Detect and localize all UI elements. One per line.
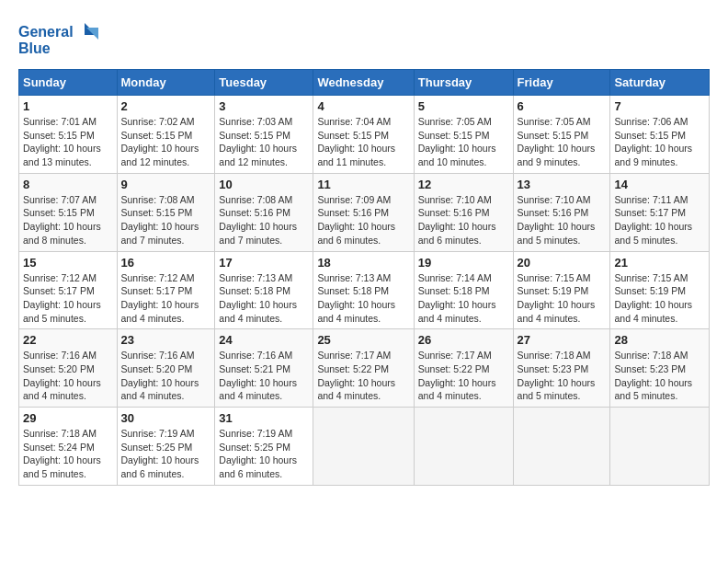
daylight-minutes: and 5 minutes.	[518, 235, 581, 246]
day-info: Sunrise: 7:07 AM Sunset: 5:15 PM Dayligh…	[23, 193, 113, 247]
sunset-label: Sunset: 5:17 PM	[614, 207, 686, 218]
calendar-cell: 1 Sunrise: 7:01 AM Sunset: 5:15 PM Dayli…	[19, 96, 118, 174]
day-number: 29	[23, 411, 113, 425]
calendar-cell: 17 Sunrise: 7:13 AM Sunset: 5:18 PM Dayl…	[215, 251, 313, 329]
sunset-label: Sunset: 5:15 PM	[317, 130, 389, 141]
calendar-cell: 6 Sunrise: 7:05 AM Sunset: 5:15 PM Dayli…	[513, 96, 610, 174]
daylight-minutes: and 4 minutes.	[418, 313, 482, 324]
day-info: Sunrise: 7:17 AM Sunset: 5:22 PM Dayligh…	[418, 349, 509, 403]
calendar-cell: 7 Sunrise: 7:06 AM Sunset: 5:15 PM Dayli…	[610, 96, 710, 174]
calendar-cell: 11 Sunrise: 7:09 AM Sunset: 5:16 PM Dayl…	[313, 173, 414, 251]
sunrise-label: Sunrise: 7:13 AM	[219, 272, 292, 283]
daylight-minutes: and 4 minutes.	[121, 390, 185, 401]
day-number: 28	[614, 333, 705, 347]
day-number: 3	[219, 99, 309, 113]
daylight-label: Daylight: 10 hours	[121, 454, 199, 465]
svg-text:General: General	[18, 24, 74, 40]
day-info: Sunrise: 7:09 AM Sunset: 5:16 PM Dayligh…	[317, 193, 409, 247]
daylight-label: Daylight: 10 hours	[317, 299, 395, 310]
sunset-label: Sunset: 5:16 PM	[317, 207, 389, 218]
sunset-label: Sunset: 5:18 PM	[219, 285, 290, 296]
day-number: 30	[121, 411, 211, 425]
day-number: 11	[317, 178, 409, 191]
day-number: 7	[614, 99, 705, 113]
sunset-label: Sunset: 5:16 PM	[418, 207, 490, 218]
sunrise-label: Sunrise: 7:01 AM	[23, 116, 97, 127]
calendar-cell: 31 Sunrise: 7:19 AM Sunset: 5:25 PM Dayl…	[215, 408, 313, 486]
day-info: Sunrise: 7:05 AM Sunset: 5:15 PM Dayligh…	[418, 115, 509, 169]
daylight-label: Daylight: 10 hours	[518, 221, 596, 232]
day-info: Sunrise: 7:19 AM Sunset: 5:25 PM Dayligh…	[121, 427, 211, 481]
daylight-minutes: and 12 minutes.	[121, 156, 190, 167]
sunrise-label: Sunrise: 7:17 AM	[418, 350, 492, 361]
daylight-label: Daylight: 10 hours	[614, 299, 692, 310]
daylight-minutes: and 4 minutes.	[518, 313, 581, 324]
day-number: 24	[219, 333, 309, 347]
calendar-cell: 10 Sunrise: 7:08 AM Sunset: 5:16 PM Dayl…	[215, 173, 313, 251]
calendar-table: SundayMondayTuesdayWednesdayThursdayFrid…	[18, 69, 710, 486]
daylight-minutes: and 8 minutes.	[23, 235, 86, 246]
daylight-minutes: and 4 minutes.	[317, 313, 381, 324]
day-number: 14	[614, 178, 705, 191]
day-number: 31	[219, 411, 309, 425]
daylight-label: Daylight: 10 hours	[219, 377, 297, 388]
day-number: 5	[418, 99, 509, 113]
daylight-label: Daylight: 10 hours	[614, 143, 692, 154]
sunset-label: Sunset: 5:23 PM	[518, 363, 589, 374]
day-info: Sunrise: 7:16 AM Sunset: 5:20 PM Dayligh…	[23, 349, 113, 403]
day-info: Sunrise: 7:11 AM Sunset: 5:17 PM Dayligh…	[614, 193, 705, 247]
day-info: Sunrise: 7:06 AM Sunset: 5:15 PM Dayligh…	[614, 115, 705, 169]
sunrise-label: Sunrise: 7:04 AM	[317, 116, 391, 127]
sunrise-label: Sunrise: 7:05 AM	[418, 116, 492, 127]
sunrise-label: Sunrise: 7:06 AM	[614, 116, 688, 127]
calendar-cell: 13 Sunrise: 7:10 AM Sunset: 5:16 PM Dayl…	[513, 173, 610, 251]
daylight-label: Daylight: 10 hours	[317, 143, 395, 154]
calendar-cell	[513, 408, 610, 486]
day-number: 9	[121, 178, 211, 191]
daylight-label: Daylight: 10 hours	[219, 221, 297, 232]
sunrise-label: Sunrise: 7:14 AM	[418, 272, 492, 283]
daylight-minutes: and 6 minutes.	[317, 235, 381, 246]
daylight-minutes: and 5 minutes.	[23, 313, 86, 324]
day-number: 17	[219, 256, 309, 270]
sunset-label: Sunset: 5:16 PM	[219, 207, 290, 218]
day-number: 21	[614, 256, 705, 270]
sunset-label: Sunset: 5:15 PM	[23, 130, 95, 141]
day-info: Sunrise: 7:10 AM Sunset: 5:16 PM Dayligh…	[518, 193, 607, 247]
day-number: 23	[121, 333, 211, 347]
logo-svg: General Blue	[18, 18, 101, 60]
day-info: Sunrise: 7:02 AM Sunset: 5:15 PM Dayligh…	[121, 115, 211, 169]
day-info: Sunrise: 7:15 AM Sunset: 5:19 PM Dayligh…	[518, 271, 607, 326]
calendar-cell: 25 Sunrise: 7:17 AM Sunset: 5:22 PM Dayl…	[313, 329, 414, 408]
daylight-label: Daylight: 10 hours	[121, 299, 199, 310]
calendar-week-row: 29 Sunrise: 7:18 AM Sunset: 5:24 PM Dayl…	[19, 408, 710, 486]
column-header-monday: Monday	[117, 70, 215, 96]
day-info: Sunrise: 7:03 AM Sunset: 5:15 PM Dayligh…	[219, 115, 309, 169]
daylight-minutes: and 9 minutes.	[614, 156, 677, 167]
calendar-cell: 8 Sunrise: 7:07 AM Sunset: 5:15 PM Dayli…	[19, 173, 118, 251]
daylight-label: Daylight: 10 hours	[23, 377, 101, 388]
sunset-label: Sunset: 5:15 PM	[121, 130, 193, 141]
sunset-label: Sunset: 5:25 PM	[121, 442, 193, 453]
day-number: 26	[418, 333, 509, 347]
day-number: 13	[518, 178, 607, 191]
day-number: 20	[518, 256, 607, 270]
sunrise-label: Sunrise: 7:16 AM	[121, 350, 195, 361]
calendar-cell: 20 Sunrise: 7:15 AM Sunset: 5:19 PM Dayl…	[513, 251, 610, 329]
daylight-label: Daylight: 10 hours	[518, 143, 596, 154]
calendar-cell: 12 Sunrise: 7:10 AM Sunset: 5:16 PM Dayl…	[414, 173, 513, 251]
sunset-label: Sunset: 5:15 PM	[219, 130, 290, 141]
sunset-label: Sunset: 5:20 PM	[23, 363, 95, 374]
column-header-sunday: Sunday	[19, 70, 118, 96]
calendar-cell: 27 Sunrise: 7:18 AM Sunset: 5:23 PM Dayl…	[513, 329, 610, 408]
daylight-minutes: and 4 minutes.	[317, 390, 381, 401]
sunset-label: Sunset: 5:19 PM	[518, 285, 589, 296]
sunrise-label: Sunrise: 7:08 AM	[219, 194, 292, 205]
day-number: 19	[418, 256, 509, 270]
sunset-label: Sunset: 5:18 PM	[317, 285, 389, 296]
daylight-minutes: and 9 minutes.	[518, 156, 581, 167]
sunset-label: Sunset: 5:22 PM	[418, 363, 490, 374]
day-info: Sunrise: 7:17 AM Sunset: 5:22 PM Dayligh…	[317, 349, 409, 403]
daylight-minutes: and 4 minutes.	[614, 313, 677, 324]
daylight-minutes: and 4 minutes.	[219, 390, 282, 401]
